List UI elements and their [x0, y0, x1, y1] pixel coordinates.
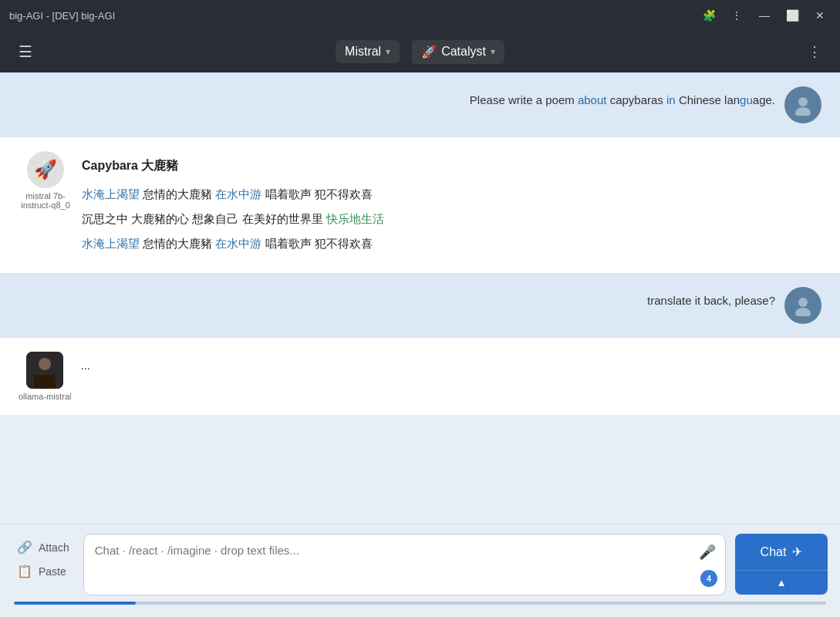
persona-chevron-icon: ▾	[491, 46, 495, 57]
svg-point-1	[795, 107, 811, 116]
message-row: translate it back, please?	[0, 273, 840, 338]
send-icon: ✈	[792, 545, 802, 559]
assistant-avatar-1: 🚀	[27, 151, 64, 188]
menu-button[interactable]: ☰	[12, 39, 39, 64]
header-center: Mistral ▾ 🚀 Catalyst ▾	[39, 40, 801, 64]
model-selector[interactable]: Mistral ▾	[336, 40, 400, 63]
send-button[interactable]: Chat ✈	[735, 534, 828, 570]
mic-button[interactable]: 🎤	[699, 544, 716, 561]
assistant-message-1: Capybara 大鹿豬 水淹上渴望 怠情的大鹿豬 在水中游 唱着歌声 犯不得欢…	[82, 151, 384, 259]
model-chevron-icon: ▾	[386, 46, 390, 57]
progress-bar	[14, 602, 826, 605]
input-counter: 4	[700, 570, 717, 587]
persona-selector[interactable]: 🚀 Catalyst ▾	[412, 40, 504, 64]
user-avatar-1	[784, 86, 821, 123]
assistant-avatar-1-container: 🚀 mistral 7b-instruct-q8_0	[19, 151, 73, 210]
message-row: ollama-mistral ...	[0, 338, 840, 415]
maximize-button[interactable]: ⬜	[781, 5, 803, 26]
side-buttons: 🔗 Attach 📋 Paste	[12, 534, 74, 582]
assistant-model-label-2: ollama-mistral	[19, 392, 71, 401]
titlebar: big-AGI - [DEV] big-AGI 🧩 ⋮ — ⬜ ✕	[0, 0, 840, 31]
poem-line-2: 沉思之中 大鹿豬的心 想象自己 在美好的世界里 快乐地生活	[82, 210, 384, 228]
progress-bar-area	[12, 602, 828, 605]
user-avatar-2	[784, 287, 821, 324]
chat-input[interactable]	[84, 534, 725, 595]
expand-button[interactable]: ▲	[735, 570, 828, 595]
assistant-message-2: ...	[80, 352, 90, 375]
persona-label: Catalyst	[441, 45, 486, 59]
bottom-bar: 🔗 Attach 📋 Paste 🎤 4 Chat ✈ ▲	[0, 524, 840, 617]
paste-label: Paste	[39, 565, 66, 578]
user-message-2: translate it back, please?	[647, 287, 775, 310]
minimize-button[interactable]: —	[754, 5, 775, 26]
message-row: Please write a poem about capybaras in C…	[0, 72, 840, 137]
chevron-up-icon: ▲	[776, 577, 786, 588]
attach-label: Attach	[39, 541, 69, 554]
poem-line-1: 水淹上渴望 怠情的大鹿豬 在水中游 唱着歌声 犯不得欢喜	[82, 185, 384, 204]
window-more-button[interactable]: ⋮	[726, 5, 747, 26]
chat-area: Please write a poem about capybaras in C…	[0, 72, 840, 524]
assistant-avatar-2-container: ollama-mistral	[19, 352, 71, 401]
message-row: 🚀 mistral 7b-instruct-q8_0 Capybara 大鹿豬 …	[0, 137, 840, 273]
header-more-button[interactable]: ⋮	[801, 40, 828, 63]
attach-button[interactable]: 🔗 Attach	[12, 537, 74, 558]
svg-rect-7	[34, 375, 56, 389]
poem-line-3: 水淹上渴望 怠情的大鹿豬 在水中游 唱着歌声 犯不得欢喜	[82, 234, 384, 253]
extensions-button[interactable]: 🧩	[698, 5, 720, 26]
svg-point-0	[798, 97, 808, 106]
attach-icon: 🔗	[17, 540, 32, 555]
progress-fill	[14, 602, 136, 605]
persona-emoji: 🚀	[421, 45, 437, 59]
svg-point-2	[798, 298, 808, 307]
assistant-avatar-image-2	[26, 352, 63, 389]
close-button[interactable]: ✕	[809, 5, 831, 26]
poem-title: Capybara 大鹿豬	[82, 156, 384, 176]
assistant-model-label-1: mistral 7b-instruct-q8_0	[19, 191, 73, 210]
header-toolbar: ☰ Mistral ▾ 🚀 Catalyst ▾ ⋮	[0, 31, 840, 72]
svg-point-5	[39, 358, 51, 370]
paste-button[interactable]: 📋 Paste	[12, 561, 74, 582]
svg-point-3	[795, 308, 811, 316]
send-area: Chat ✈ ▲	[735, 534, 828, 595]
send-label: Chat	[761, 545, 787, 559]
user-message-1: Please write a poem about capybaras in C…	[470, 86, 775, 110]
paste-icon: 📋	[17, 564, 32, 578]
window-controls: 🧩 ⋮ — ⬜ ✕	[698, 5, 831, 26]
app-title: big-AGI - [DEV] big-AGI	[9, 10, 698, 22]
chat-input-wrapper: 🎤 4	[83, 534, 726, 595]
input-row: 🔗 Attach 📋 Paste 🎤 4 Chat ✈ ▲	[12, 534, 828, 595]
model-label: Mistral	[345, 45, 381, 59]
